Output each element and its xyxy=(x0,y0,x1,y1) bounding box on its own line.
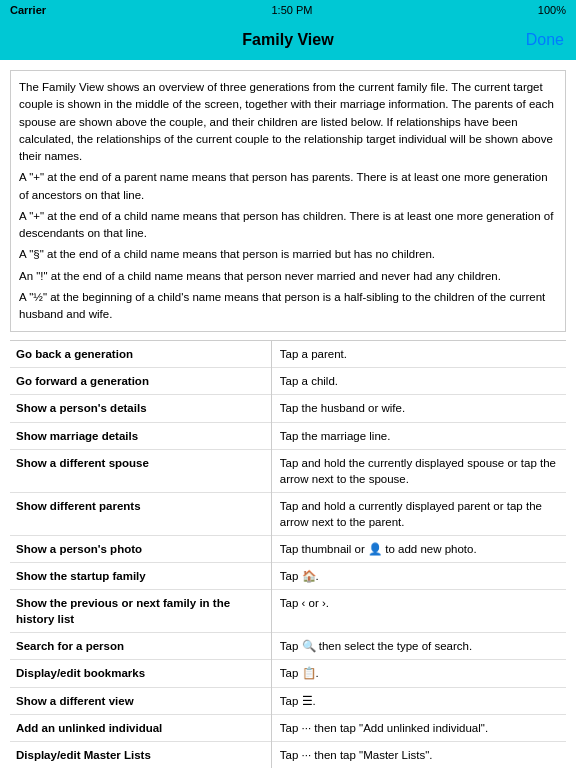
table-row: Show a different viewTap ☰. xyxy=(10,687,566,714)
action-cell: Go forward a generation xyxy=(10,368,271,395)
table-row: Go forward a generationTap a child. xyxy=(10,368,566,395)
instruction-cell: Tap ··· then tap "Master Lists". xyxy=(271,741,566,768)
description-paragraph: A "½" at the beginning of a child's name… xyxy=(19,289,557,324)
description-block: The Family View shows an overview of thr… xyxy=(10,70,566,332)
table-row: Show the startup familyTap 🏠. xyxy=(10,563,566,590)
action-cell: Display/edit Master Lists xyxy=(10,741,271,768)
action-cell: Show the startup family xyxy=(10,563,271,590)
nav-bar: Family View Done xyxy=(0,20,576,60)
table-row: Show a person's detailsTap the husband o… xyxy=(10,395,566,422)
action-cell: Show a person's details xyxy=(10,395,271,422)
help-table: Go back a generationTap a parent.Go forw… xyxy=(10,340,566,768)
instruction-cell: Tap ☰. xyxy=(271,687,566,714)
instruction-cell: Tap a parent. xyxy=(271,341,566,368)
done-button[interactable]: Done xyxy=(526,31,564,49)
action-cell: Show a different spouse xyxy=(10,449,271,492)
table-row: Show a person's photoTap thumbnail or 👤 … xyxy=(10,536,566,563)
table-row: Show the previous or next family in the … xyxy=(10,590,566,633)
instruction-cell: Tap the husband or wife. xyxy=(271,395,566,422)
action-cell: Show the previous or next family in the … xyxy=(10,590,271,633)
table-row: Show a different spouseTap and hold the … xyxy=(10,449,566,492)
page-title: Family View xyxy=(242,31,333,49)
instruction-cell: Tap 🔍 then select the type of search. xyxy=(271,633,566,660)
action-cell: Search for a person xyxy=(10,633,271,660)
table-row: Display/edit bookmarksTap 📋. xyxy=(10,660,566,687)
instruction-cell: Tap thumbnail or 👤 to add new photo. xyxy=(271,536,566,563)
action-cell: Show a person's photo xyxy=(10,536,271,563)
description-paragraph: A "+" at the end of a parent name means … xyxy=(19,169,557,204)
table-row: Search for a personTap 🔍 then select the… xyxy=(10,633,566,660)
action-cell: Show a different view xyxy=(10,687,271,714)
description-paragraph: A "+" at the end of a child name means t… xyxy=(19,208,557,243)
main-content: The Family View shows an overview of thr… xyxy=(0,60,576,768)
description-paragraph: The Family View shows an overview of thr… xyxy=(19,79,557,165)
action-cell: Go back a generation xyxy=(10,341,271,368)
action-cell: Add an unlinked individual xyxy=(10,714,271,741)
instruction-cell: Tap and hold the currently displayed spo… xyxy=(271,449,566,492)
instruction-cell: Tap 📋. xyxy=(271,660,566,687)
table-row: Show different parentsTap and hold a cur… xyxy=(10,492,566,535)
action-cell: Show marriage details xyxy=(10,422,271,449)
description-paragraph: A "§" at the end of a child name means t… xyxy=(19,246,557,263)
description-paragraph: An "!" at the end of a child name means … xyxy=(19,268,557,285)
table-row: Add an unlinked individualTap ··· then t… xyxy=(10,714,566,741)
table-row: Show marriage detailsTap the marriage li… xyxy=(10,422,566,449)
instruction-cell: Tap a child. xyxy=(271,368,566,395)
battery-label: 100% xyxy=(538,4,566,16)
instruction-cell: Tap the marriage line. xyxy=(271,422,566,449)
instruction-cell: Tap 🏠. xyxy=(271,563,566,590)
status-bar: Carrier 1:50 PM 100% xyxy=(0,0,576,20)
action-cell: Display/edit bookmarks xyxy=(10,660,271,687)
instruction-cell: Tap ‹ or ›. xyxy=(271,590,566,633)
instruction-cell: Tap ··· then tap "Add unlinked individua… xyxy=(271,714,566,741)
table-row: Display/edit Master ListsTap ··· then ta… xyxy=(10,741,566,768)
table-row: Go back a generationTap a parent. xyxy=(10,341,566,368)
action-cell: Show different parents xyxy=(10,492,271,535)
time-label: 1:50 PM xyxy=(271,4,312,16)
instruction-cell: Tap and hold a currently displayed paren… xyxy=(271,492,566,535)
carrier-label: Carrier xyxy=(10,4,46,16)
